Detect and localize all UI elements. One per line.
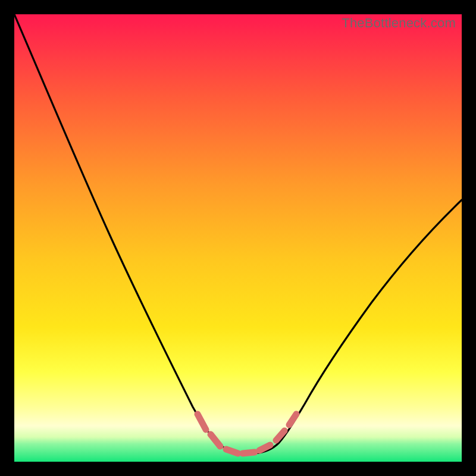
svg-line-3 bbox=[243, 452, 255, 453]
svg-line-2 bbox=[226, 449, 238, 453]
gradient-background bbox=[14, 14, 462, 462]
chart-plot: TheBottleneck.com bbox=[14, 14, 462, 462]
chart-svg bbox=[14, 14, 462, 462]
chart-frame: TheBottleneck.com bbox=[0, 0, 476, 476]
watermark-text: TheBottleneck.com bbox=[342, 15, 456, 31]
